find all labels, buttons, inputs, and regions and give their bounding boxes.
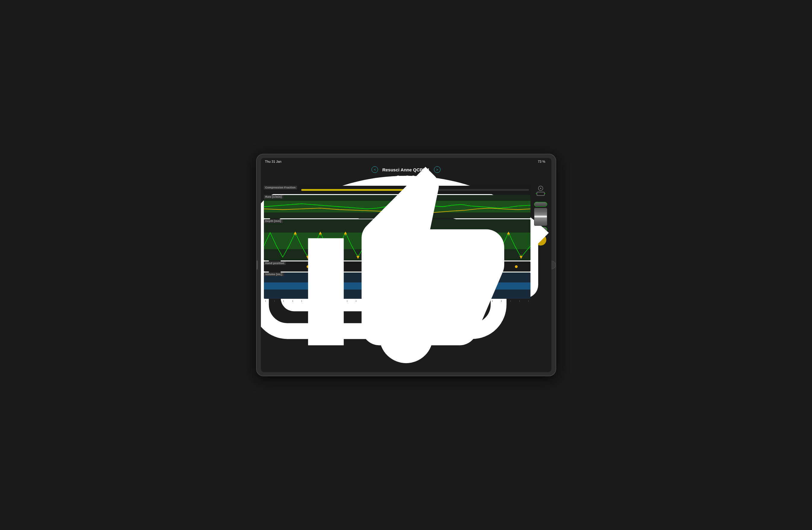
ipad-frame: Thu 31 Jan 73 % bbox=[257, 154, 555, 376]
side-button bbox=[257, 261, 258, 269]
ipad-screen: Thu 31 Jan 73 % bbox=[261, 158, 551, 372]
thumbs-up-button[interactable] bbox=[535, 234, 546, 246]
thumbs-up-icon bbox=[261, 165, 551, 372]
rate-label: Rate [c/min] bbox=[264, 195, 283, 199]
hand-position-label: Hand position bbox=[264, 261, 286, 265]
charts-area: Compression Fraction 3s Rate [c/min] bbox=[264, 186, 548, 371]
volume-label: Volume [mL] bbox=[264, 273, 284, 276]
compression-label: Compression Fraction bbox=[264, 186, 298, 189]
charts-right bbox=[533, 186, 548, 371]
main-content: < Resusci Anne QCPR 1 > 0:20 Compression… bbox=[261, 165, 551, 372]
depth-label: Depth [mm] bbox=[264, 219, 283, 223]
